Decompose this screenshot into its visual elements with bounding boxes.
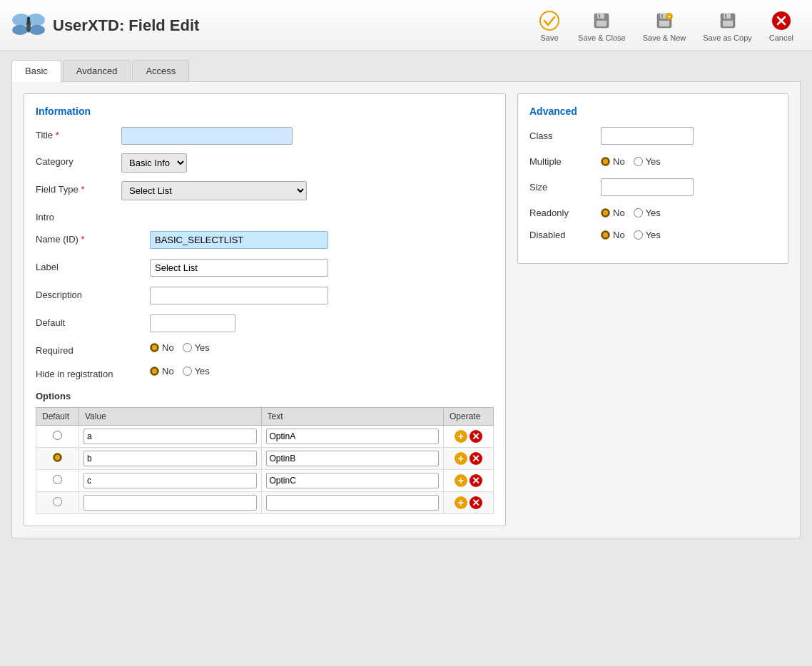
table-row: + ✕ [36, 492, 494, 514]
readonly-no-radio[interactable] [601, 208, 610, 217]
save-new-button[interactable]: + Save & New [636, 6, 694, 45]
row3-value-input[interactable] [83, 473, 257, 488]
default-label: Default [36, 314, 150, 328]
cancel-icon [770, 9, 793, 32]
hide-reg-no-label[interactable]: No [150, 366, 174, 376]
intro-row: Intro [36, 209, 494, 222]
right-section: Advanced Class Multiple No Yes [517, 93, 788, 526]
label-input[interactable] [150, 259, 328, 277]
disabled-no-label[interactable]: No [601, 230, 625, 240]
svg-rect-19 [723, 21, 733, 26]
multiple-label: Multiple [529, 156, 601, 167]
hide-reg-yes-radio[interactable] [183, 367, 192, 376]
description-input[interactable] [150, 287, 328, 304]
row4-default-radio[interactable] [53, 497, 62, 506]
save-button[interactable]: Save [531, 6, 568, 45]
row2-value-input[interactable] [83, 451, 257, 466]
title-row: Title * [36, 127, 494, 145]
row1-remove-button[interactable]: ✕ [470, 430, 482, 443]
row3-value-cell [79, 470, 262, 492]
table-row: + ✕ [36, 470, 494, 492]
default-input[interactable] [150, 314, 235, 332]
tab-advanced[interactable]: Avdanced [63, 60, 131, 81]
left-section: Information Title * Category Basic Inf [24, 93, 506, 526]
row2-default-radio[interactable] [53, 453, 62, 462]
row2-default [36, 448, 79, 470]
row2-remove-button[interactable]: ✕ [470, 452, 482, 465]
row1-text-input[interactable] [266, 429, 440, 444]
tab-access[interactable]: Access [132, 60, 189, 81]
field-type-select[interactable]: Select List [121, 181, 307, 200]
tab-basic[interactable]: Basic [11, 60, 61, 82]
logo-area: UserXTD: Field Edit [11, 9, 199, 43]
multiple-yes-radio[interactable] [634, 157, 643, 166]
required-yes-radio[interactable] [183, 343, 192, 352]
readonly-yes-label[interactable]: Yes [634, 208, 661, 218]
row2-text-cell [261, 448, 444, 470]
row4-remove-button[interactable]: ✕ [470, 496, 482, 509]
row3-text-cell [261, 470, 444, 492]
save-copy-button[interactable]: Save as Copy [696, 6, 758, 45]
field-type-control: Select List [121, 181, 494, 200]
row2-text-input[interactable] [266, 451, 440, 466]
disabled-yes-label[interactable]: Yes [634, 230, 661, 240]
row4-value-input[interactable] [83, 495, 257, 511]
save-copy-label: Save as Copy [703, 34, 751, 42]
readonly-yes-radio[interactable] [634, 208, 643, 217]
readonly-row: Readonly No Yes [529, 208, 776, 218]
multiple-no-radio[interactable] [601, 157, 610, 166]
svg-rect-9 [597, 21, 607, 26]
row3-text-input[interactable] [266, 473, 440, 488]
required-row: Required No Yes [36, 342, 494, 356]
title-input[interactable] [121, 127, 293, 145]
row1-default [36, 426, 79, 448]
col-operate: Operate [444, 408, 494, 426]
class-input[interactable] [601, 127, 694, 145]
multiple-no-label[interactable]: No [601, 156, 625, 167]
row3-remove-button[interactable]: ✕ [470, 474, 482, 487]
row3-add-button[interactable]: + [455, 474, 467, 487]
row3-default-radio[interactable] [53, 475, 62, 484]
required-yes-label[interactable]: Yes [183, 342, 210, 353]
title-required-marker: * [56, 130, 59, 140]
svg-point-3 [29, 25, 45, 35]
options-title: Options [36, 391, 494, 401]
category-select[interactable]: Basic Info [121, 153, 187, 173]
field-type-label: Field Type * [36, 181, 121, 195]
information-title: Information [36, 106, 494, 117]
save-new-icon: + [653, 9, 676, 32]
col-text: Text [261, 408, 444, 426]
save-icon [538, 9, 561, 32]
svg-text:+: + [668, 14, 671, 20]
size-input[interactable] [601, 178, 694, 196]
options-table: Default Value Text Operate [36, 407, 494, 514]
required-no-label[interactable]: No [150, 342, 174, 353]
cancel-label: Cancel [769, 34, 793, 42]
tab-bar: Basic Avdanced Access [11, 60, 801, 82]
save-new-label: Save & New [643, 34, 686, 42]
row1-default-radio[interactable] [53, 431, 62, 440]
row1-add-button[interactable]: + [455, 430, 467, 443]
page-title: UserXTD: Field Edit [53, 16, 199, 35]
title-control [121, 127, 494, 145]
row1-value-input[interactable] [83, 429, 257, 444]
row2-add-button[interactable]: + [455, 452, 467, 465]
butterfly-logo [11, 9, 46, 43]
multiple-yes-label[interactable]: Yes [634, 156, 661, 167]
hide-reg-no-radio[interactable] [150, 367, 159, 376]
name-input[interactable] [150, 231, 328, 249]
description-label: Description [36, 287, 150, 300]
save-close-button[interactable]: Save & Close [571, 6, 633, 45]
readonly-no-label[interactable]: No [601, 208, 625, 218]
cancel-button[interactable]: Cancel [762, 6, 801, 45]
required-no-radio[interactable] [150, 343, 159, 352]
disabled-yes-radio[interactable] [634, 230, 643, 240]
required-radio-group: No Yes [150, 342, 210, 353]
options-section: Options Default Value Text Operate [36, 391, 494, 514]
svg-rect-8 [597, 14, 604, 19]
svg-point-4 [26, 19, 31, 33]
disabled-no-radio[interactable] [601, 230, 610, 240]
row4-add-button[interactable]: + [455, 496, 467, 509]
row4-text-input[interactable] [266, 495, 440, 511]
hide-reg-yes-label[interactable]: Yes [183, 366, 210, 376]
